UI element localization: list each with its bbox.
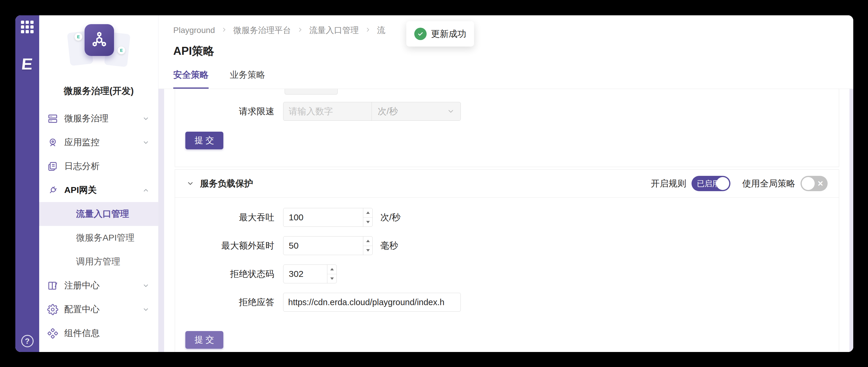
tab-bar: 安全策略 业务策略 bbox=[173, 69, 265, 89]
sidebar-item-label: 应用监控 bbox=[64, 136, 100, 148]
max-throughput-input[interactable] bbox=[283, 208, 372, 227]
workspace-title: 微服务治理(开发) bbox=[39, 85, 158, 97]
chevron-right-icon bbox=[365, 26, 371, 35]
tab-business-policy[interactable]: 业务策略 bbox=[230, 69, 265, 89]
erda-badge-icon: E bbox=[74, 33, 82, 41]
close-icon: ✕ bbox=[817, 179, 824, 188]
reject-status-code-row: 拒绝状态码 bbox=[175, 265, 839, 283]
max-extra-latency-input[interactable] bbox=[283, 236, 372, 255]
rate-limit-input[interactable] bbox=[283, 102, 372, 121]
sidebar-item-log-analysis[interactable]: 日志分析 bbox=[39, 154, 158, 178]
breadcrumb: Playground 微服务治理平台 流量入口管理 流 bbox=[173, 15, 853, 36]
erda-badge-icon: E bbox=[118, 46, 125, 54]
erda-logo[interactable]: E bbox=[21, 55, 34, 73]
help-icon[interactable]: ? bbox=[21, 335, 34, 347]
sidebar-item-microservice-governance[interactable]: 微服务治理 bbox=[39, 107, 158, 131]
sidebar-scrollbar-track[interactable] bbox=[158, 89, 164, 352]
chevron-down-icon bbox=[142, 115, 149, 122]
sidebar-item-label: 微服务治理 bbox=[64, 112, 108, 125]
app-grid-icon[interactable] bbox=[21, 21, 34, 34]
stepper-down-button[interactable] bbox=[327, 274, 337, 283]
reject-response-row: 拒绝应答 bbox=[175, 293, 839, 312]
breadcrumb-item-truncated[interactable]: 流 bbox=[377, 25, 385, 36]
microservice-logo-tile bbox=[85, 24, 114, 56]
stepper-up-button[interactable] bbox=[363, 208, 372, 218]
rate-limit-row: 请求限速 次/秒 bbox=[175, 102, 839, 121]
sidebar-item-config-center[interactable]: 配置中心 bbox=[39, 298, 158, 321]
clipped-input-remnant bbox=[285, 89, 338, 95]
sidebar: E E 微服务治理(开发) 微服务治理 应用监控 bbox=[39, 15, 158, 352]
enable-rule-label: 开启规则 bbox=[651, 178, 686, 190]
registry-icon bbox=[47, 280, 58, 291]
max-extra-latency-unit: 毫秒 bbox=[380, 240, 398, 252]
servers-icon bbox=[47, 113, 58, 124]
tab-security-policy[interactable]: 安全策略 bbox=[173, 69, 209, 89]
stepper-up-button[interactable] bbox=[327, 265, 337, 274]
toast-message: 更新成功 bbox=[431, 28, 466, 40]
sidebar-item-label: 配置中心 bbox=[64, 303, 100, 315]
success-check-icon bbox=[414, 28, 427, 40]
chevron-right-icon bbox=[297, 26, 304, 35]
submit-button-load-protection[interactable]: 提 交 bbox=[185, 331, 223, 349]
page-header: Playground 微服务治理平台 流量入口管理 流 API策略 安全策略 业… bbox=[158, 15, 853, 89]
max-throughput-row: 最大吞吐 次/秒 bbox=[175, 208, 839, 227]
sidebar-item-label: 组件信息 bbox=[64, 327, 100, 339]
app-window: E ? E E 微服务治理(开发) bbox=[15, 15, 853, 352]
reject-status-code-field bbox=[283, 265, 337, 283]
sidebar-item-api-gateway[interactable]: API网关 bbox=[39, 178, 158, 202]
section-title: 服务负载保护 bbox=[200, 178, 253, 190]
load-protection-form: 最大吞吐 次/秒 最大额外延时 bbox=[175, 198, 839, 349]
rate-limit-label: 请求限速 bbox=[175, 105, 274, 118]
sidebar-item-caller-management[interactable]: 调用方管理 bbox=[39, 250, 158, 274]
sidebar-item-app-monitoring[interactable]: 应用监控 bbox=[39, 131, 158, 154]
rate-limit-card: 请求限速 次/秒 提 交 bbox=[175, 89, 839, 167]
max-extra-latency-label: 最大额外延时 bbox=[175, 240, 274, 252]
enable-rule-group: 开启规则 已启用 bbox=[651, 176, 731, 191]
workspace-logo: E E bbox=[63, 18, 134, 76]
chevron-down-icon bbox=[447, 107, 455, 115]
sidebar-item-label: 注册中心 bbox=[64, 279, 100, 292]
reject-response-input[interactable] bbox=[283, 293, 461, 312]
sidebar-item-registry-center[interactable]: 注册中心 bbox=[39, 274, 158, 298]
load-protection-header: 服务负载保护 开启规则 已启用 使用全局策略 bbox=[175, 170, 839, 198]
submit-button-rate-limit[interactable]: 提 交 bbox=[185, 132, 223, 149]
sidebar-item-component-info[interactable]: 组件信息 bbox=[39, 321, 158, 345]
monitor-icon bbox=[47, 137, 58, 148]
logs-icon bbox=[47, 161, 58, 172]
chevron-down-icon bbox=[142, 306, 149, 313]
stepper-down-button[interactable] bbox=[363, 246, 372, 255]
enable-rule-toggle[interactable]: 已启用 bbox=[691, 176, 731, 191]
breadcrumb-item[interactable]: 流量入口管理 bbox=[309, 25, 359, 36]
sidebar-menu: 微服务治理 应用监控 日志分析 API网关 bbox=[39, 107, 158, 345]
gateway-icon bbox=[47, 185, 58, 196]
sidebar-item-traffic-entry-management[interactable]: 流量入口管理 bbox=[39, 202, 158, 226]
sidebar-item-microservice-api-management[interactable]: 微服务API管理 bbox=[39, 226, 158, 250]
max-extra-latency-field bbox=[283, 236, 373, 255]
global-policy-label: 使用全局策略 bbox=[742, 178, 795, 190]
number-stepper bbox=[327, 265, 337, 283]
max-throughput-label: 最大吞吐 bbox=[175, 211, 274, 224]
max-throughput-unit: 次/秒 bbox=[380, 211, 400, 224]
stepper-down-button[interactable] bbox=[363, 218, 372, 227]
stepper-up-button[interactable] bbox=[363, 236, 372, 246]
global-policy-toggle[interactable]: ✕ bbox=[801, 176, 828, 191]
sidebar-item-label: 调用方管理 bbox=[76, 256, 120, 268]
content-area: 请求限速 次/秒 提 交 bbox=[158, 89, 853, 352]
number-stepper bbox=[363, 236, 372, 255]
chevron-up-icon bbox=[142, 187, 149, 194]
rate-limit-unit-select[interactable]: 次/秒 bbox=[372, 102, 461, 121]
content-scrollbar-track[interactable] bbox=[849, 89, 853, 352]
max-extra-latency-row: 最大额外延时 毫秒 bbox=[175, 236, 839, 255]
success-toast: 更新成功 bbox=[406, 21, 474, 46]
rate-limit-unit-value: 次/秒 bbox=[378, 105, 398, 118]
main-area: Playground 微服务治理平台 流量入口管理 流 API策略 安全策略 业… bbox=[158, 15, 853, 352]
sidebar-item-label: API网关 bbox=[64, 184, 97, 196]
load-protection-card: 服务负载保护 开启规则 已启用 使用全局策略 bbox=[175, 169, 839, 352]
breadcrumb-item[interactable]: Playground bbox=[173, 26, 215, 35]
toggle-knob bbox=[716, 177, 729, 190]
section-toggles: 开启规则 已启用 使用全局策略 ✕ bbox=[651, 176, 828, 191]
collapse-chevron-icon[interactable] bbox=[186, 180, 194, 187]
breadcrumb-item[interactable]: 微服务治理平台 bbox=[234, 25, 291, 36]
max-throughput-field bbox=[283, 208, 373, 227]
number-stepper bbox=[363, 208, 372, 227]
